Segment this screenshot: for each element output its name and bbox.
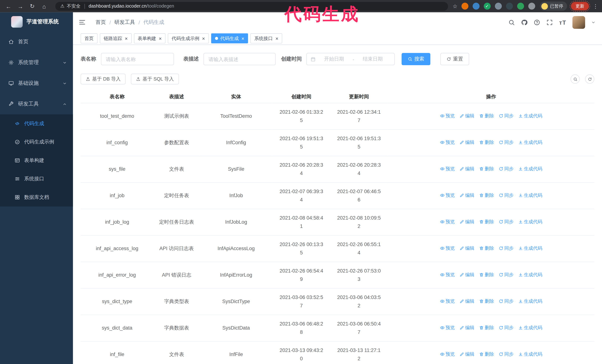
font-size-icon[interactable]: тT [559, 19, 566, 26]
action-eye[interactable]: 预览 [440, 112, 455, 120]
sidebar-subitem-2[interactable]: 表单构建 [0, 151, 73, 170]
sidebar-subitem-0[interactable]: 代码生成 [0, 114, 73, 133]
action-delete[interactable]: 删除 [479, 350, 494, 358]
action-download[interactable]: 生成代码 [518, 244, 542, 252]
action-eye[interactable]: 预览 [440, 217, 455, 226]
action-sync[interactable]: 同步 [498, 297, 514, 305]
chevron-down-icon[interactable] [591, 20, 595, 24]
action-sync[interactable]: 同步 [498, 191, 514, 199]
toggle-search-button[interactable] [570, 74, 580, 84]
fullscreen-icon[interactable] [547, 19, 553, 26]
close-icon[interactable]: × [125, 36, 128, 41]
extension-puzzle[interactable] [528, 3, 535, 10]
warning-icon[interactable]: ⚠ [60, 3, 64, 9]
action-eye[interactable]: 预览 [440, 244, 455, 252]
extension-dark[interactable] [506, 3, 513, 10]
breadcrumb-dev-tools[interactable]: 研发工具 [114, 19, 135, 26]
tab-2[interactable]: 表单构建× [134, 33, 166, 43]
action-edit[interactable]: 编辑 [459, 138, 474, 146]
home-icon[interactable]: ⌂ [39, 1, 49, 11]
menu-fold-icon[interactable] [79, 19, 86, 26]
close-icon[interactable]: × [275, 36, 279, 41]
action-edit[interactable]: 编辑 [459, 297, 474, 305]
action-edit[interactable]: 编辑 [459, 350, 474, 358]
user-avatar[interactable] [572, 16, 585, 29]
action-sync[interactable]: 同步 [498, 270, 514, 279]
bookmark-star-icon[interactable]: ☆ [453, 3, 458, 9]
search-button[interactable]: 搜索 [402, 53, 430, 65]
close-icon[interactable]: × [202, 36, 205, 41]
action-delete[interactable]: 删除 [479, 244, 494, 252]
extension-people[interactable] [495, 3, 502, 10]
action-sync[interactable]: 同步 [498, 164, 514, 173]
github-icon[interactable] [521, 19, 528, 26]
action-download[interactable]: 生成代码 [518, 350, 542, 358]
action-edit[interactable]: 编辑 [459, 270, 474, 279]
action-edit[interactable]: 编辑 [459, 244, 474, 252]
action-download[interactable]: 生成代码 [518, 138, 542, 146]
close-icon[interactable]: × [159, 36, 162, 41]
action-sync[interactable]: 同步 [498, 138, 514, 146]
action-delete[interactable]: 删除 [479, 191, 494, 199]
extension-orange[interactable] [461, 3, 468, 10]
sidebar-subitem-3[interactable]: 系统接口 [0, 170, 73, 188]
action-download[interactable]: 生成代码 [518, 191, 542, 199]
breadcrumb-home[interactable]: 首页 [96, 19, 106, 26]
tab-1[interactable]: 链路追踪× [100, 33, 131, 43]
sidebar-item-3[interactable]: 研发工具 [0, 94, 73, 114]
search-icon[interactable] [508, 19, 515, 26]
extension-green-check[interactable]: ✓ [484, 3, 491, 10]
tab-0[interactable]: 首页 [81, 33, 97, 43]
reload-icon[interactable]: ↻ [28, 1, 37, 11]
action-edit[interactable]: 编辑 [459, 112, 474, 120]
action-download[interactable]: 生成代码 [518, 164, 542, 173]
back-icon[interactable]: ← [4, 1, 13, 11]
sidebar-item-0[interactable]: 首页 [0, 31, 73, 52]
extension-leaf[interactable] [517, 3, 524, 10]
action-download[interactable]: 生成代码 [518, 217, 542, 226]
address-bar[interactable]: ⚠ 不安全 dashboard.yudao.iocoder.cn /tool/c… [55, 2, 448, 10]
sidebar-item-2[interactable]: 基础设施 [0, 73, 73, 94]
action-eye[interactable]: 预览 [440, 297, 455, 305]
action-download[interactable]: 生成代码 [518, 112, 542, 120]
tab-5[interactable]: 系统接口× [250, 33, 282, 43]
action-delete[interactable]: 删除 [479, 217, 494, 226]
action-download[interactable]: 生成代码 [518, 323, 542, 332]
app-logo[interactable]: 芋道管理系统 [0, 12, 73, 31]
refresh-table-button[interactable] [585, 74, 594, 84]
help-icon[interactable] [534, 19, 540, 26]
action-edit[interactable]: 编辑 [459, 191, 474, 199]
action-eye[interactable]: 预览 [440, 270, 455, 279]
extension-blue-drop[interactable] [472, 3, 479, 10]
action-delete[interactable]: 删除 [479, 112, 494, 120]
action-eye[interactable]: 预览 [440, 191, 455, 199]
action-sync[interactable]: 同步 [498, 244, 514, 252]
profile-chip[interactable]: 已暂停 [540, 1, 567, 11]
tab-4[interactable]: 代码生成× [211, 33, 248, 43]
action-download[interactable]: 生成代码 [518, 297, 542, 305]
action-delete[interactable]: 删除 [479, 270, 494, 279]
action-eye[interactable]: 预览 [440, 138, 455, 146]
sidebar-subitem-1[interactable]: 代码生成示例 [0, 133, 73, 151]
sidebar-subitem-4[interactable]: 数据库文档 [0, 188, 73, 207]
action-sync[interactable]: 同步 [498, 217, 514, 226]
action-eye[interactable]: 预览 [440, 350, 455, 358]
action-sync[interactable]: 同步 [498, 350, 514, 358]
table-desc-input[interactable] [204, 53, 276, 65]
action-delete[interactable]: 删除 [479, 138, 494, 146]
tab-3[interactable]: 代码生成示例× [168, 33, 209, 43]
action-delete[interactable]: 删除 [479, 164, 494, 173]
action-sync[interactable]: 同步 [498, 112, 514, 120]
action-eye[interactable]: 预览 [440, 323, 455, 332]
action-edit[interactable]: 编辑 [459, 217, 474, 226]
create-time-range-picker[interactable]: 开始日期 - 结束日期 [306, 53, 395, 65]
browser-menu-icon[interactable]: ⋮ [593, 3, 598, 9]
table-name-input[interactable] [101, 53, 174, 65]
import-db-button[interactable]: 基于 DB 导入 [81, 74, 126, 84]
browser-update-button[interactable]: 更新 [571, 2, 589, 10]
forward-icon[interactable]: → [16, 1, 25, 11]
action-eye[interactable]: 预览 [440, 164, 455, 173]
import-sql-button[interactable]: 基于 SQL 导入 [131, 74, 179, 84]
action-sync[interactable]: 同步 [498, 323, 514, 332]
action-edit[interactable]: 编辑 [459, 323, 474, 332]
